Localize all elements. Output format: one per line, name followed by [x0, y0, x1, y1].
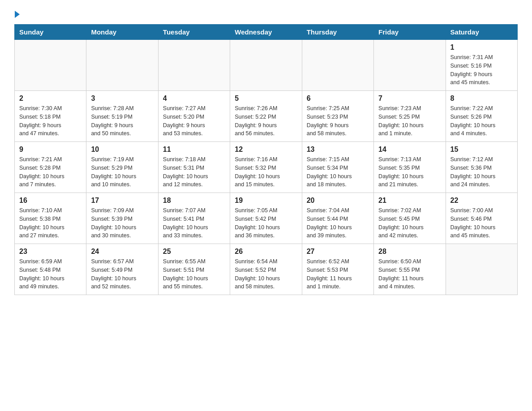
day-info: Sunrise: 7:10 AM Sunset: 5:38 PM Dayligh… [19, 206, 82, 240]
day-number: 2 [19, 94, 82, 103]
calendar-cell: 7Sunrise: 7:23 AM Sunset: 5:25 PM Daylig… [374, 91, 446, 142]
day-info: Sunrise: 6:54 AM Sunset: 5:52 PM Dayligh… [235, 257, 297, 291]
calendar-cell: 2Sunrise: 7:30 AM Sunset: 5:18 PM Daylig… [15, 91, 86, 142]
calendar-cell: 27Sunrise: 6:52 AM Sunset: 5:53 PM Dayli… [302, 244, 373, 295]
day-number: 19 [235, 197, 297, 205]
calendar-cell: 1Sunrise: 7:31 AM Sunset: 5:16 PM Daylig… [446, 40, 517, 91]
day-info: Sunrise: 6:50 AM Sunset: 5:55 PM Dayligh… [378, 257, 441, 291]
day-number: 24 [91, 248, 153, 256]
day-number: 22 [450, 197, 513, 205]
calendar-cell: 3Sunrise: 7:28 AM Sunset: 5:19 PM Daylig… [86, 91, 158, 142]
day-number: 9 [19, 146, 82, 154]
calendar-week-1: 1Sunrise: 7:31 AM Sunset: 5:16 PM Daylig… [15, 40, 518, 91]
day-number: 13 [307, 146, 369, 154]
day-number: 7 [378, 94, 441, 103]
day-info: Sunrise: 7:22 AM Sunset: 5:26 PM Dayligh… [450, 104, 513, 138]
calendar-cell: 20Sunrise: 7:04 AM Sunset: 5:44 PM Dayli… [302, 193, 373, 244]
day-info: Sunrise: 7:27 AM Sunset: 5:20 PM Dayligh… [163, 104, 225, 138]
day-number: 15 [450, 146, 513, 154]
calendar-cell: 23Sunrise: 6:59 AM Sunset: 5:48 PM Dayli… [15, 244, 86, 295]
day-number: 14 [378, 146, 441, 154]
day-number: 16 [19, 197, 82, 205]
calendar-table: SundayMondayTuesdayWednesdayThursdayFrid… [14, 24, 518, 295]
day-number: 12 [235, 146, 297, 154]
day-info: Sunrise: 7:21 AM Sunset: 5:28 PM Dayligh… [19, 155, 82, 189]
day-info: Sunrise: 6:55 AM Sunset: 5:51 PM Dayligh… [163, 257, 225, 291]
calendar-cell: 17Sunrise: 7:09 AM Sunset: 5:39 PM Dayli… [86, 193, 158, 244]
calendar-cell: 13Sunrise: 7:15 AM Sunset: 5:34 PM Dayli… [302, 142, 373, 193]
page-header [14, 11, 518, 17]
day-number: 8 [450, 94, 513, 103]
column-header-thursday: Thursday [302, 25, 373, 40]
calendar-cell: 24Sunrise: 6:57 AM Sunset: 5:49 PM Dayli… [86, 244, 158, 295]
calendar-cell [86, 40, 158, 91]
logo [14, 11, 20, 17]
day-number: 27 [307, 248, 369, 256]
day-info: Sunrise: 7:18 AM Sunset: 5:31 PM Dayligh… [163, 155, 225, 189]
column-header-monday: Monday [86, 25, 158, 40]
logo-triangle-icon [15, 11, 20, 18]
calendar-cell: 21Sunrise: 7:02 AM Sunset: 5:45 PM Dayli… [374, 193, 446, 244]
day-number: 6 [307, 94, 369, 103]
calendar-cell: 18Sunrise: 7:07 AM Sunset: 5:41 PM Dayli… [158, 193, 230, 244]
day-info: Sunrise: 7:12 AM Sunset: 5:36 PM Dayligh… [450, 155, 513, 189]
calendar-cell: 16Sunrise: 7:10 AM Sunset: 5:38 PM Dayli… [15, 193, 86, 244]
calendar-cell [302, 40, 373, 91]
calendar-cell: 11Sunrise: 7:18 AM Sunset: 5:31 PM Dayli… [158, 142, 230, 193]
day-number: 28 [378, 248, 441, 256]
calendar-cell: 15Sunrise: 7:12 AM Sunset: 5:36 PM Dayli… [446, 142, 517, 193]
day-info: Sunrise: 7:07 AM Sunset: 5:41 PM Dayligh… [163, 206, 225, 240]
column-header-saturday: Saturday [446, 25, 517, 40]
column-header-friday: Friday [374, 25, 446, 40]
day-number: 4 [163, 94, 225, 103]
column-header-tuesday: Tuesday [158, 25, 230, 40]
day-number: 18 [163, 197, 225, 205]
day-info: Sunrise: 7:15 AM Sunset: 5:34 PM Dayligh… [307, 155, 369, 189]
calendar-cell: 10Sunrise: 7:19 AM Sunset: 5:29 PM Dayli… [86, 142, 158, 193]
day-info: Sunrise: 7:19 AM Sunset: 5:29 PM Dayligh… [91, 155, 153, 189]
day-number: 10 [91, 146, 153, 154]
calendar-cell [446, 244, 517, 295]
day-info: Sunrise: 6:52 AM Sunset: 5:53 PM Dayligh… [307, 257, 369, 291]
column-header-wednesday: Wednesday [230, 25, 302, 40]
day-number: 11 [163, 146, 225, 154]
calendar-cell: 19Sunrise: 7:05 AM Sunset: 5:42 PM Dayli… [230, 193, 302, 244]
calendar-cell: 25Sunrise: 6:55 AM Sunset: 5:51 PM Dayli… [158, 244, 230, 295]
calendar-cell: 6Sunrise: 7:25 AM Sunset: 5:23 PM Daylig… [302, 91, 373, 142]
calendar-cell: 4Sunrise: 7:27 AM Sunset: 5:20 PM Daylig… [158, 91, 230, 142]
day-number: 20 [307, 197, 369, 205]
calendar-week-2: 2Sunrise: 7:30 AM Sunset: 5:18 PM Daylig… [15, 91, 518, 142]
column-header-sunday: Sunday [15, 25, 86, 40]
day-info: Sunrise: 7:04 AM Sunset: 5:44 PM Dayligh… [307, 206, 369, 240]
calendar-cell: 14Sunrise: 7:13 AM Sunset: 5:35 PM Dayli… [374, 142, 446, 193]
calendar-cell: 12Sunrise: 7:16 AM Sunset: 5:32 PM Dayli… [230, 142, 302, 193]
day-info: Sunrise: 7:02 AM Sunset: 5:45 PM Dayligh… [378, 206, 441, 240]
day-number: 5 [235, 94, 297, 103]
calendar-cell: 28Sunrise: 6:50 AM Sunset: 5:55 PM Dayli… [374, 244, 446, 295]
day-number: 17 [91, 197, 153, 205]
day-info: Sunrise: 7:23 AM Sunset: 5:25 PM Dayligh… [378, 104, 441, 138]
day-info: Sunrise: 7:30 AM Sunset: 5:18 PM Dayligh… [19, 104, 82, 138]
calendar-week-5: 23Sunrise: 6:59 AM Sunset: 5:48 PM Dayli… [15, 244, 518, 295]
day-info: Sunrise: 7:13 AM Sunset: 5:35 PM Dayligh… [378, 155, 441, 189]
calendar-week-3: 9Sunrise: 7:21 AM Sunset: 5:28 PM Daylig… [15, 142, 518, 193]
calendar-cell [158, 40, 230, 91]
day-info: Sunrise: 7:31 AM Sunset: 5:16 PM Dayligh… [450, 53, 513, 87]
day-info: Sunrise: 6:59 AM Sunset: 5:48 PM Dayligh… [19, 257, 82, 291]
day-info: Sunrise: 7:00 AM Sunset: 5:46 PM Dayligh… [450, 206, 513, 240]
day-number: 21 [378, 197, 441, 205]
day-info: Sunrise: 7:26 AM Sunset: 5:22 PM Dayligh… [235, 104, 297, 138]
calendar-header-row: SundayMondayTuesdayWednesdayThursdayFrid… [15, 25, 518, 40]
calendar-cell: 9Sunrise: 7:21 AM Sunset: 5:28 PM Daylig… [15, 142, 86, 193]
day-number: 26 [235, 248, 297, 256]
calendar-cell: 8Sunrise: 7:22 AM Sunset: 5:26 PM Daylig… [446, 91, 517, 142]
calendar-cell: 26Sunrise: 6:54 AM Sunset: 5:52 PM Dayli… [230, 244, 302, 295]
calendar-cell: 5Sunrise: 7:26 AM Sunset: 5:22 PM Daylig… [230, 91, 302, 142]
day-number: 1 [450, 43, 513, 51]
day-number: 3 [91, 94, 153, 103]
day-info: Sunrise: 7:09 AM Sunset: 5:39 PM Dayligh… [91, 206, 153, 240]
day-number: 23 [19, 248, 82, 256]
day-info: Sunrise: 7:05 AM Sunset: 5:42 PM Dayligh… [235, 206, 297, 240]
calendar-cell [15, 40, 86, 91]
day-info: Sunrise: 7:16 AM Sunset: 5:32 PM Dayligh… [235, 155, 297, 189]
